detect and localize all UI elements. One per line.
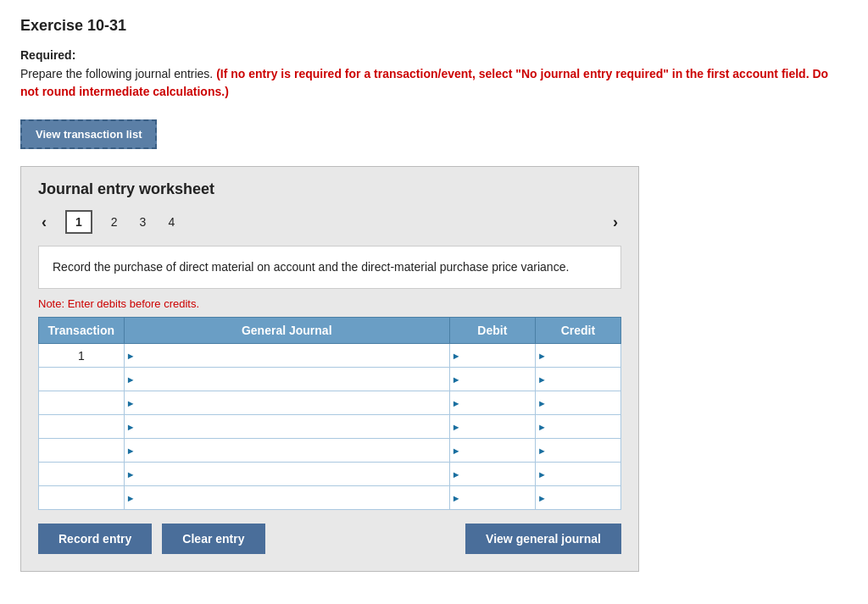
transaction-cell — [39, 391, 125, 415]
clear-entry-button[interactable]: Clear entry — [162, 524, 264, 554]
required-label: Required: — [20, 48, 848, 62]
tab-1[interactable]: 1 — [65, 210, 92, 234]
required-section: Required: Prepare the following journal … — [20, 48, 848, 101]
debit-cell[interactable]: ► — [449, 439, 535, 463]
general-journal-cell[interactable]: ► — [124, 463, 449, 486]
exercise-title: Exercise 10-31 — [20, 17, 848, 35]
debit-input[interactable] — [450, 486, 535, 509]
debit-cell[interactable]: ► — [449, 344, 535, 368]
general-journal-input[interactable] — [125, 439, 449, 462]
transaction-cell — [39, 368, 125, 391]
general-journal-cell[interactable]: ► — [124, 344, 449, 368]
credit-input[interactable] — [536, 486, 620, 509]
transaction-cell: 1 — [39, 344, 125, 368]
debit-cell[interactable]: ► — [449, 463, 535, 486]
general-journal-input[interactable] — [125, 486, 449, 509]
general-journal-cell[interactable]: ► — [124, 368, 449, 391]
general-journal-cell[interactable]: ► — [124, 391, 449, 415]
col-header-transaction: Transaction — [39, 318, 125, 344]
credit-cell[interactable]: ► — [535, 439, 620, 463]
tab-3[interactable]: 3 — [136, 212, 150, 232]
general-journal-cell[interactable]: ► — [124, 486, 449, 510]
note-text: Note: Enter debits before credits. — [38, 297, 621, 310]
journal-table: Transaction General Journal Debit Credit… — [38, 317, 621, 510]
credit-input[interactable] — [536, 344, 620, 367]
credit-cell[interactable]: ► — [535, 415, 620, 439]
credit-input[interactable] — [536, 415, 620, 438]
table-row: ► ► ► — [39, 486, 621, 510]
debit-cell[interactable]: ► — [449, 486, 535, 510]
debit-cell[interactable]: ► — [449, 368, 535, 391]
debit-input[interactable] — [450, 415, 535, 438]
table-row: ► ► ► — [39, 439, 621, 463]
general-journal-input[interactable] — [125, 368, 449, 391]
credit-cell[interactable]: ► — [535, 344, 620, 368]
record-entry-button[interactable]: Record entry — [38, 524, 152, 554]
tab-2[interactable]: 2 — [108, 212, 121, 232]
general-journal-cell[interactable]: ► — [124, 439, 449, 463]
debit-input[interactable] — [450, 439, 535, 462]
tab-4[interactable]: 4 — [164, 212, 178, 232]
table-row: ► ► ► — [39, 463, 621, 486]
worksheet-container: Journal entry worksheet ‹ 1 2 3 4 › Reco… — [20, 166, 639, 572]
debit-cell[interactable]: ► — [449, 391, 535, 415]
prev-arrow[interactable]: ‹ — [38, 213, 50, 231]
debit-input[interactable] — [450, 391, 535, 414]
credit-cell[interactable]: ► — [535, 486, 620, 510]
instructions: Prepare the following journal entries. (… — [20, 65, 848, 101]
debit-input[interactable] — [450, 368, 535, 391]
transaction-cell — [39, 439, 125, 463]
description-box: Record the purchase of direct material o… — [38, 246, 621, 289]
col-header-debit: Debit — [449, 318, 535, 344]
table-row: 1 ► ► ► — [39, 344, 621, 368]
transaction-cell — [39, 415, 125, 439]
button-row: Record entry Clear entry View general jo… — [38, 524, 621, 554]
credit-cell[interactable]: ► — [535, 463, 620, 486]
instructions-plain: Prepare the following journal entries. — [20, 67, 213, 80]
view-general-journal-button[interactable]: View general journal — [465, 524, 621, 554]
general-journal-input[interactable] — [125, 391, 449, 414]
table-row: ► ► ► — [39, 391, 621, 415]
credit-input[interactable] — [536, 391, 620, 414]
general-journal-cell[interactable]: ► — [124, 415, 449, 439]
general-journal-input[interactable] — [125, 463, 449, 485]
view-transaction-list-button[interactable]: View transaction list — [20, 119, 157, 149]
credit-input[interactable] — [536, 368, 620, 391]
credit-input[interactable] — [536, 463, 620, 485]
credit-cell[interactable]: ► — [535, 391, 620, 415]
general-journal-input[interactable] — [125, 344, 449, 367]
transaction-cell — [39, 463, 125, 486]
credit-cell[interactable]: ► — [535, 368, 620, 391]
col-header-credit: Credit — [535, 318, 620, 344]
debit-input[interactable] — [450, 344, 535, 367]
col-header-general-journal: General Journal — [124, 318, 449, 344]
nav-row: ‹ 1 2 3 4 › — [38, 210, 621, 234]
worksheet-title: Journal entry worksheet — [38, 180, 621, 198]
table-row: ► ► ► — [39, 415, 621, 439]
general-journal-input[interactable] — [125, 415, 449, 438]
table-row: ► ► ► — [39, 368, 621, 391]
nav-tabs: 1 2 3 4 — [65, 210, 178, 234]
credit-input[interactable] — [536, 439, 620, 462]
transaction-cell — [39, 486, 125, 510]
debit-input[interactable] — [450, 463, 535, 485]
next-arrow[interactable]: › — [609, 213, 621, 231]
debit-cell[interactable]: ► — [449, 415, 535, 439]
